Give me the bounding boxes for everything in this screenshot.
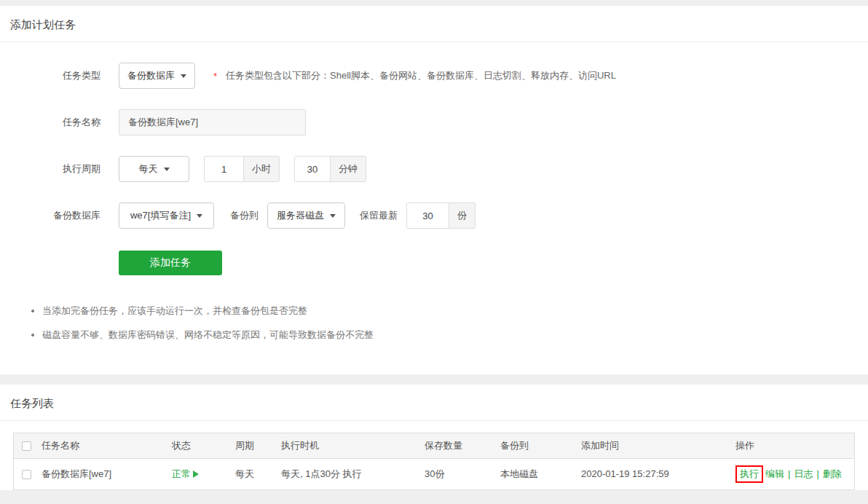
header-exec-time: 执行时机: [278, 433, 422, 458]
task-table: 任务名称 状态 周期 执行时机 保存数量 备份到 添加时间 操作 备份数据库[w…: [13, 433, 855, 490]
action-edit-link[interactable]: 编辑: [765, 468, 784, 479]
header-task-name: 任务名称: [39, 433, 169, 458]
backup-db-label: 备份数据库: [0, 209, 100, 222]
add-task-panel: 添加计划任务 任务类型 备份数据库 * 任务类型包含以下部分：Shell脚本、备…: [0, 6, 868, 374]
select-all-checkbox[interactable]: [22, 441, 31, 451]
add-task-form: 任务类型 备份数据库 * 任务类型包含以下部分：Shell脚本、备份网站、备份数…: [0, 63, 868, 374]
cell-status: 正常: [169, 458, 232, 489]
table-row: 备份数据库[we7] 正常 每天 每天, 1点30分 执行 30份 本地磁盘 2…: [14, 458, 854, 489]
row-checkbox[interactable]: [22, 470, 31, 479]
task-type-hint: 任务类型包含以下部分：Shell脚本、备份网站、备份数据库、日志切割、释放内存、…: [226, 69, 616, 82]
status-text: 正常: [172, 468, 191, 481]
backup-db-selected-value: we7[填写备注]: [130, 209, 191, 222]
keep-unit-addon: 份: [449, 203, 475, 228]
table-header-row: 任务名称 状态 周期 执行时机 保存数量 备份到 添加时间 操作: [14, 433, 854, 458]
task-type-label: 任务类型: [0, 69, 100, 82]
play-icon[interactable]: [193, 470, 199, 478]
keep-count-input-group: 份: [406, 202, 476, 229]
cell-added-time: 2020-01-19 15:27:59: [578, 458, 733, 489]
task-type-select[interactable]: 备份数据库: [119, 63, 195, 89]
keep-latest-label: 保留最新: [360, 209, 398, 222]
hour-input-group: 小时: [204, 156, 280, 182]
backup-to-select[interactable]: 服务器磁盘: [267, 202, 345, 229]
backup-db-row: 备份数据库 we7[填写备注] 备份到 服务器磁盘 保留最新 份: [0, 202, 868, 229]
header-keep-count: 保存数量: [422, 433, 497, 458]
cell-backup-to: 本地磁盘: [497, 458, 578, 489]
cell-keep-count: 30份: [422, 458, 497, 489]
caret-down-icon: [181, 74, 186, 78]
cycle-label: 执行周期: [0, 162, 100, 176]
add-task-panel-title: 添加计划任务: [0, 6, 868, 42]
cycle-period-value: 每天: [139, 162, 158, 176]
highlight-annotation-box: 执行: [735, 465, 763, 483]
task-name-row: 任务名称: [0, 109, 868, 135]
caret-down-icon: [164, 168, 170, 171]
caret-down-icon: [330, 214, 336, 218]
task-list-panel-title: 任务列表: [0, 385, 868, 421]
caret-down-icon: [197, 214, 202, 218]
cycle-period-select[interactable]: 每天: [119, 156, 189, 182]
hour-unit-addon: 小时: [243, 157, 279, 181]
action-log-link[interactable]: 日志: [794, 468, 813, 479]
cell-actions: 执行编辑|日志|删除: [733, 458, 854, 489]
backup-to-label: 备份到: [230, 209, 259, 222]
cell-cycle: 每天: [232, 458, 278, 489]
task-type-row: 任务类型 备份数据库 * 任务类型包含以下部分：Shell脚本、备份网站、备份数…: [0, 63, 868, 89]
header-cycle: 周期: [232, 433, 278, 458]
action-separator: |: [816, 468, 818, 479]
header-status: 状态: [169, 433, 232, 458]
task-name-label: 任务名称: [0, 116, 100, 129]
note-item: 当添加完备份任务，应该手动运行一次，并检查备份包是否完整: [42, 304, 868, 318]
task-type-selected-value: 备份数据库: [127, 69, 175, 82]
add-task-button[interactable]: 添加任务: [119, 251, 222, 275]
backup-to-selected-value: 服务器磁盘: [277, 209, 324, 222]
notes-list: 当添加完备份任务，应该手动运行一次，并检查备份包是否完整 磁盘容量不够、数据库密…: [31, 304, 868, 342]
header-actions: 操作: [733, 433, 854, 458]
action-separator: |: [788, 468, 790, 479]
header-added-time: 添加时间: [578, 433, 733, 458]
minute-input[interactable]: [295, 157, 330, 181]
header-backup-to: 备份到: [497, 433, 578, 458]
note-item: 磁盘容量不够、数据库密码错误、网络不稳定等原因，可能导致数据备份不完整: [42, 328, 868, 342]
minute-input-group: 分钟: [294, 156, 366, 182]
task-list-panel: 任务列表 任务名称 状态 周期 执行时机 保存数量 备份到: [0, 385, 868, 490]
scheduled-task-page: 添加计划任务 任务类型 备份数据库 * 任务类型包含以下部分：Shell脚本、备…: [0, 0, 868, 504]
hour-input[interactable]: [205, 157, 243, 181]
task-name-input[interactable]: [119, 109, 306, 135]
backup-db-select[interactable]: we7[填写备注]: [119, 202, 214, 229]
minute-unit-addon: 分钟: [330, 157, 366, 181]
required-asterisk: *: [213, 71, 217, 82]
action-delete-link[interactable]: 删除: [823, 468, 842, 479]
keep-count-input[interactable]: [407, 203, 449, 228]
cell-exec-time: 每天, 1点30分 执行: [278, 458, 422, 489]
cycle-row: 执行周期 每天 小时 分钟: [0, 156, 868, 182]
action-execute-link[interactable]: 执行: [740, 468, 759, 479]
cell-task-name: 备份数据库[we7]: [39, 458, 169, 489]
